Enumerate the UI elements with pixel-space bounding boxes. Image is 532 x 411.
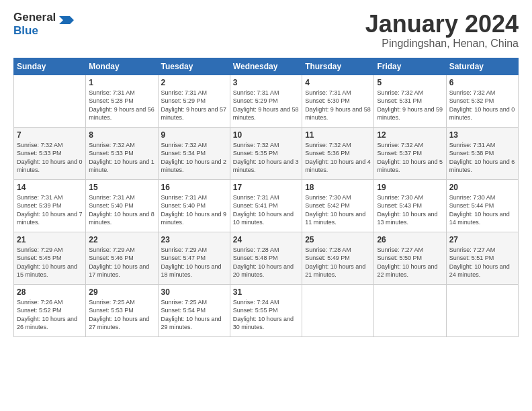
sunrise-text: Sunrise: 7:26 AM xyxy=(17,298,83,307)
sunrise-text: Sunrise: 7:25 AM xyxy=(161,298,227,307)
day-number: 1 xyxy=(89,78,154,87)
day-number: 10 xyxy=(233,130,299,140)
week-row-4: 21 Sunrise: 7:29 AM Sunset: 5:45 PM Dayl… xyxy=(14,232,519,284)
day-number: 29 xyxy=(89,287,154,297)
sunrise-text: Sunrise: 7:27 AM xyxy=(377,246,443,255)
day-number: 31 xyxy=(233,287,299,297)
day-info: Sunrise: 7:28 AM Sunset: 5:49 PM Dayligh… xyxy=(305,246,371,279)
day-info: Sunrise: 7:31 AM Sunset: 5:38 PM Dayligh… xyxy=(449,141,515,175)
day-info: Sunrise: 7:31 AM Sunset: 5:40 PM Dayligh… xyxy=(89,193,154,227)
table-row: 14 Sunrise: 7:31 AM Sunset: 5:39 PM Dayl… xyxy=(14,179,86,232)
sunrise-text: Sunrise: 7:30 AM xyxy=(305,193,371,202)
day-number: 14 xyxy=(17,183,83,192)
day-number: 23 xyxy=(161,235,227,244)
sunset-text: Sunset: 5:30 PM xyxy=(305,97,371,105)
day-info: Sunrise: 7:31 AM Sunset: 5:39 PM Dayligh… xyxy=(17,193,83,227)
table-row: 13 Sunrise: 7:31 AM Sunset: 5:38 PM Dayl… xyxy=(446,127,518,179)
sunset-text: Sunset: 5:33 PM xyxy=(89,149,154,158)
sunrise-text: Sunrise: 7:25 AM xyxy=(89,298,154,307)
table-row: 16 Sunrise: 7:31 AM Sunset: 5:40 PM Dayl… xyxy=(158,179,230,232)
sunset-text: Sunset: 5:34 PM xyxy=(161,149,227,158)
day-number: 20 xyxy=(449,183,515,192)
day-info: Sunrise: 7:28 AM Sunset: 5:48 PM Dayligh… xyxy=(233,246,299,279)
day-number: 2 xyxy=(161,78,227,87)
table-row: 1 Sunrise: 7:31 AM Sunset: 5:28 PM Dayli… xyxy=(86,75,158,127)
daylight-text: Daylight: 10 hours and 14 minutes. xyxy=(449,210,515,227)
sunset-text: Sunset: 5:29 PM xyxy=(161,97,227,105)
table-row: 6 Sunrise: 7:32 AM Sunset: 5:32 PM Dayli… xyxy=(446,75,518,127)
daylight-text: Daylight: 10 hours and 0 minutes. xyxy=(17,158,83,175)
week-row-1: 1 Sunrise: 7:31 AM Sunset: 5:28 PM Dayli… xyxy=(14,75,519,127)
sunrise-text: Sunrise: 7:31 AM xyxy=(233,89,299,97)
sunrise-text: Sunrise: 7:32 AM xyxy=(89,141,154,150)
sunrise-text: Sunrise: 7:32 AM xyxy=(449,89,515,97)
table-row: 18 Sunrise: 7:30 AM Sunset: 5:42 PM Dayl… xyxy=(302,179,374,232)
day-number: 27 xyxy=(449,235,515,244)
sunrise-text: Sunrise: 7:31 AM xyxy=(161,89,227,97)
day-info: Sunrise: 7:32 AM Sunset: 5:33 PM Dayligh… xyxy=(17,141,83,175)
daylight-text: Daylight: 10 hours and 30 minutes. xyxy=(233,315,299,332)
sunset-text: Sunset: 5:54 PM xyxy=(161,306,227,315)
daylight-text: Daylight: 10 hours and 20 minutes. xyxy=(233,263,299,279)
day-info: Sunrise: 7:32 AM Sunset: 5:33 PM Dayligh… xyxy=(89,141,154,175)
page-header: General Blue January 2024 Pingdingshan, … xyxy=(13,11,519,50)
daylight-text: Daylight: 10 hours and 2 minutes. xyxy=(161,158,227,175)
day-number: 15 xyxy=(89,183,154,192)
sunrise-text: Sunrise: 7:29 AM xyxy=(161,246,227,255)
table-row: 30 Sunrise: 7:25 AM Sunset: 5:54 PM Dayl… xyxy=(158,284,230,336)
sunset-text: Sunset: 5:35 PM xyxy=(233,149,299,158)
col-monday: Monday xyxy=(86,58,158,75)
table-row: 24 Sunrise: 7:28 AM Sunset: 5:48 PM Dayl… xyxy=(230,232,302,284)
daylight-text: Daylight: 10 hours and 11 minutes. xyxy=(305,210,371,227)
day-number: 19 xyxy=(377,183,443,192)
sunrise-text: Sunrise: 7:29 AM xyxy=(89,246,154,255)
sunset-text: Sunset: 5:53 PM xyxy=(89,306,154,315)
day-info: Sunrise: 7:24 AM Sunset: 5:55 PM Dayligh… xyxy=(233,298,299,332)
day-info: Sunrise: 7:31 AM Sunset: 5:40 PM Dayligh… xyxy=(161,193,227,227)
title-block: January 2024 Pingdingshan, Henan, China xyxy=(365,11,519,50)
daylight-text: Daylight: 10 hours and 7 minutes. xyxy=(17,210,83,227)
sunrise-text: Sunrise: 7:24 AM xyxy=(233,298,299,307)
daylight-text: Daylight: 10 hours and 6 minutes. xyxy=(449,158,515,175)
sunrise-text: Sunrise: 7:31 AM xyxy=(449,141,515,150)
table-row xyxy=(14,75,86,127)
daylight-text: Daylight: 10 hours and 4 minutes. xyxy=(305,158,371,175)
header-row: Sunday Monday Tuesday Wednesday Thursday… xyxy=(14,58,519,75)
day-info: Sunrise: 7:25 AM Sunset: 5:53 PM Dayligh… xyxy=(89,298,154,332)
sunset-text: Sunset: 5:55 PM xyxy=(233,306,299,315)
daylight-text: Daylight: 10 hours and 26 minutes. xyxy=(17,315,83,332)
day-info: Sunrise: 7:30 AM Sunset: 5:43 PM Dayligh… xyxy=(377,193,443,227)
day-number: 18 xyxy=(305,183,371,192)
day-number: 30 xyxy=(161,287,227,297)
table-row xyxy=(374,284,446,336)
sunrise-text: Sunrise: 7:27 AM xyxy=(449,246,515,255)
day-number: 12 xyxy=(377,130,443,140)
daylight-text: Daylight: 10 hours and 27 minutes. xyxy=(89,315,154,332)
day-number: 11 xyxy=(305,130,371,140)
sunrise-text: Sunrise: 7:32 AM xyxy=(17,141,83,150)
sunset-text: Sunset: 5:48 PM xyxy=(233,254,299,263)
daylight-text: Daylight: 10 hours and 3 minutes. xyxy=(233,158,299,175)
logo-blue: Blue xyxy=(13,24,38,37)
day-number: 21 xyxy=(17,235,83,244)
daylight-text: Daylight: 9 hours and 58 minutes. xyxy=(233,105,299,122)
sunrise-text: Sunrise: 7:31 AM xyxy=(161,193,227,202)
sunset-text: Sunset: 5:46 PM xyxy=(89,254,154,263)
day-info: Sunrise: 7:32 AM Sunset: 5:31 PM Dayligh… xyxy=(377,89,443,122)
sunset-text: Sunset: 5:45 PM xyxy=(17,254,83,263)
day-number: 3 xyxy=(233,78,299,87)
week-row-2: 7 Sunrise: 7:32 AM Sunset: 5:33 PM Dayli… xyxy=(14,127,519,179)
table-row xyxy=(302,284,374,336)
sunrise-text: Sunrise: 7:28 AM xyxy=(233,246,299,255)
month-title: January 2024 xyxy=(365,11,519,38)
sunrise-text: Sunrise: 7:30 AM xyxy=(377,193,443,202)
day-info: Sunrise: 7:32 AM Sunset: 5:32 PM Dayligh… xyxy=(449,89,515,122)
table-row: 23 Sunrise: 7:29 AM Sunset: 5:47 PM Dayl… xyxy=(158,232,230,284)
daylight-text: Daylight: 10 hours and 18 minutes. xyxy=(161,263,227,279)
sunrise-text: Sunrise: 7:32 AM xyxy=(161,141,227,150)
daylight-text: Daylight: 10 hours and 5 minutes. xyxy=(377,158,443,175)
daylight-text: Daylight: 9 hours and 57 minutes. xyxy=(161,105,227,122)
sunrise-text: Sunrise: 7:30 AM xyxy=(449,193,515,202)
day-info: Sunrise: 7:27 AM Sunset: 5:51 PM Dayligh… xyxy=(449,246,515,279)
logo-general: General xyxy=(13,11,56,24)
